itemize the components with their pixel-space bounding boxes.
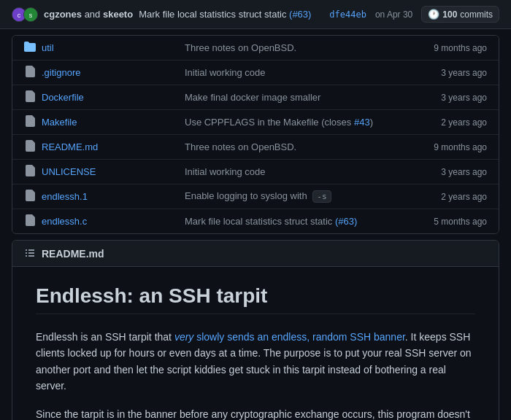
readme-p1-italic: very [174,331,193,343]
file-name[interactable]: endlessh.c [42,216,87,227]
table-row: endlessh.c Mark file local statistics st… [12,209,499,233]
readme-header: README.md [12,241,499,267]
readme-p1-before: Endlessh is an SSH tarpit that [36,331,174,343]
svg-text:c: c [18,11,21,18]
readme-h1: Endlessh: an SSH tarpit [36,284,475,314]
avatar-group: c s [12,7,38,22]
file-time: 3 years ago [399,93,487,103]
readme-p1-link[interactable]: very slowly sends an endless, random SSH… [174,331,405,343]
commit-message-text: Mark file local statistics struct static [139,9,286,20]
file-name[interactable]: README.md [42,141,98,152]
file-time: 3 years ago [399,68,487,78]
table-row: Dockerfile Make final docker image small… [12,85,499,110]
file-icon [24,165,36,179]
svg-text:s: s [29,11,33,18]
readme-p1-link-rest: slowly sends an endless, random SSH bann… [193,331,405,343]
file-icon [24,115,36,129]
readme-paragraph-1: Endlessh is an SSH tarpit that very slow… [36,329,475,394]
file-icon [24,140,36,154]
folder-icon [24,41,36,55]
table-row: README.md Three notes on OpenBSD. 9 mont… [12,135,499,160]
table-row: util Three notes on OpenBSD. 9 months ag… [12,36,499,61]
file-table: util Three notes on OpenBSD. 9 months ag… [12,35,499,234]
file-name[interactable]: util [42,42,54,53]
file-name-cell: .gitignore [24,66,185,79]
file-time: 5 months ago [399,217,487,227]
file-message-text: Enable logging to syslog with [185,190,307,201]
commit-authors: cgzones and skeeto [44,9,133,20]
file-message-suffix: ) [370,117,373,128]
file-time: 2 years ago [399,192,487,202]
file-icon [24,190,36,203]
file-time: 9 months ago [399,142,487,152]
file-name-cell: Makefile [24,115,185,129]
file-message: Three notes on OpenBSD. [185,141,399,152]
file-message: Make final docker image smaller [185,92,399,103]
readme-section: README.md Endlessh: an SSH tarpit Endles… [12,240,499,420]
file-name[interactable]: UNLICENSE [42,166,96,177]
file-name[interactable]: Makefile [42,117,77,128]
readme-content: Endlessh: an SSH tarpit Endlessh is an S… [12,267,499,420]
commits-icon: 🕐 [428,9,439,20]
file-message-text: Mark file local statistics struct static [185,216,335,227]
file-name-cell: util [24,41,185,55]
author1-link[interactable]: cgzones [44,9,82,20]
commit-right: dfe44eb on Apr 30 🕐 100 commits [329,6,499,23]
file-message: Enable logging to syslog with -s [185,190,399,203]
author2-link[interactable]: skeeto [103,9,133,20]
commits-label: commits [460,9,493,20]
file-message-text: Use CPPFLAGS in the Makefile (closes [185,117,354,128]
file-time: 2 years ago [399,117,487,128]
file-name-cell: endlessh.c [24,214,185,228]
file-message: Three notes on OpenBSD. [185,42,399,53]
commit-message: Mark file local statistics struct static… [139,9,311,20]
file-message-link[interactable]: #43 [354,117,370,128]
table-row: endlessh.1 Enable logging to syslog with… [12,184,499,209]
file-message-link[interactable]: (#63) [335,216,357,227]
commit-date: on Apr 30 [375,9,412,20]
file-message: Use CPPFLAGS in the Makefile (closes #43… [185,117,399,128]
file-time: 3 years ago [399,167,487,177]
commit-left: c s cgzones and skeeto Mark file local s… [12,7,311,22]
file-name-cell: endlessh.1 [24,190,185,203]
file-time: 9 months ago [399,43,487,53]
file-message: Initial working code [185,166,399,177]
file-name-cell: README.md [24,140,185,154]
readme-p2-text: Since the tarpit is in the banner before… [36,408,470,420]
file-icon [24,66,36,79]
table-row: UNLICENSE Initial working code 3 years a… [12,160,499,184]
file-name[interactable]: endlessh.1 [42,191,88,202]
table-row: Makefile Use CPPFLAGS in the Makefile (c… [12,110,499,135]
commit-badge: -s [312,190,331,203]
table-row: .gitignore Initial working code 3 years … [12,61,499,85]
and-text: and [85,9,103,20]
commit-sha[interactable]: dfe44eb [329,9,366,20]
avatar-2: s [23,7,38,22]
file-icon [24,90,36,104]
file-icon [24,214,36,228]
commits-count: 100 [442,9,457,20]
commit-pr-link[interactable]: (#63) [289,9,311,20]
file-name-cell: UNLICENSE [24,165,185,179]
file-name[interactable]: Dockerfile [42,92,84,103]
readme-section-title: README.md [42,248,104,260]
commit-header: c s cgzones and skeeto Mark file local s… [0,0,511,29]
file-name[interactable]: .gitignore [42,67,80,78]
commits-button[interactable]: 🕐 100 commits [421,6,499,23]
file-message: Mark file local statistics struct static… [185,216,399,227]
file-name-cell: Dockerfile [24,90,185,104]
readme-paragraph-2: Since the tarpit is in the banner before… [36,406,475,420]
file-message: Initial working code [185,67,399,78]
list-icon [24,246,36,260]
